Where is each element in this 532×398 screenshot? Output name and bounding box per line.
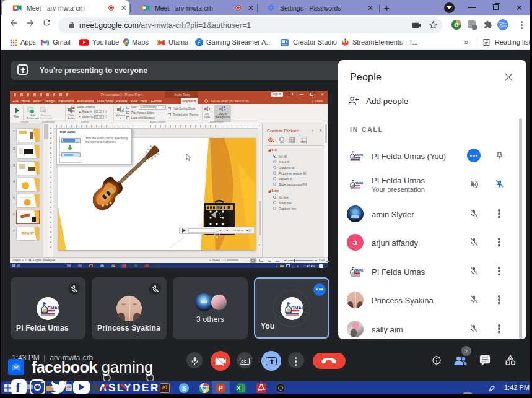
svg-text:X: X <box>237 385 241 391</box>
svg-text:REHAT: REHAT <box>22 231 35 235</box>
